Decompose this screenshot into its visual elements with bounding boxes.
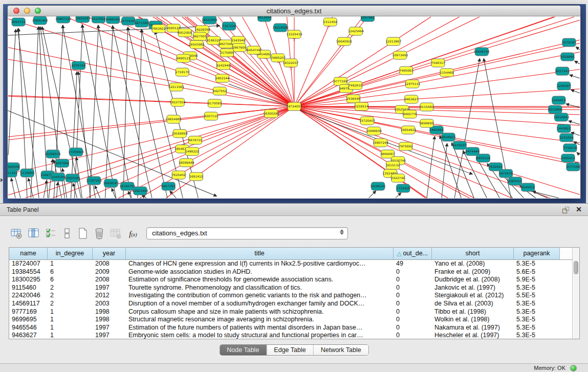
network-node[interactable]: 10719185 <box>121 17 137 25</box>
network-node[interactable]: 1691412 <box>189 172 203 181</box>
table-row[interactable]: 1938455462009Genome-wide association stu… <box>9 268 579 276</box>
network-node[interactable]: 19654985 <box>166 115 182 123</box>
network-hub-node[interactable]: 18724007 <box>287 102 302 111</box>
network-node[interactable]: 12975115 <box>405 80 421 88</box>
network-node[interactable]: 2867606 <box>232 43 246 52</box>
network-node[interactable]: 2935114 <box>476 154 490 162</box>
network-node[interactable]: 9115460 <box>420 103 434 111</box>
table-row[interactable]: 977716911998Corpus callosum shape and si… <box>9 308 579 316</box>
network-node[interactable]: 9827505 <box>193 32 207 40</box>
network-node[interactable]: 7975692 <box>399 142 412 150</box>
network-node[interactable]: 10973493 <box>392 51 408 59</box>
network-node[interactable]: 9890123 <box>177 54 190 62</box>
network-node[interactable]: 8938923 <box>442 133 455 141</box>
network-node[interactable]: 1065411 <box>508 177 522 185</box>
network-node[interactable]: 1031054 <box>560 134 574 142</box>
network-node[interactable]: 9170065 <box>208 99 222 107</box>
tab-node-table[interactable]: Node Table <box>220 345 267 355</box>
network-node[interactable]: 16640910 <box>336 37 352 46</box>
network-canvas[interactable]: 4055714206914061686712910653287152760264… <box>8 16 580 199</box>
network-node[interactable]: 1244413 <box>552 96 565 104</box>
network-node[interactable]: 4671385 <box>135 19 149 27</box>
network-node[interactable]: 16210643 <box>554 113 570 121</box>
function-builder-button[interactable]: f(x) <box>126 227 140 241</box>
network-node[interactable]: 9227341 <box>555 67 569 75</box>
column-header-in-degree[interactable]: in_degree <box>48 248 93 259</box>
network-node[interactable]: 1575187 <box>562 38 576 47</box>
network-node[interactable]: 18322037 <box>283 59 299 67</box>
network-node[interactable]: 1115680 <box>20 169 34 177</box>
network-node[interactable]: 16648784 <box>474 48 490 56</box>
network-node[interactable]: 19166859 <box>172 129 188 138</box>
table-row[interactable]: 2242004622012Investigating the contribut… <box>9 292 579 300</box>
network-node[interactable]: 2035334 <box>72 61 85 70</box>
show-columns-button[interactable] <box>27 227 41 241</box>
table-row[interactable]: 969969511998Structural magnetic resonanc… <box>9 316 579 324</box>
table-row[interactable]: 1830029562008Estimation of significance … <box>9 276 579 284</box>
network-node[interactable]: 16867129 <box>55 16 71 23</box>
float-panel-icon[interactable] <box>562 206 570 214</box>
network-node[interactable]: 1065413 <box>561 154 575 162</box>
network-node[interactable]: 7357224 <box>222 22 236 30</box>
network-node[interactable]: 13325419 <box>287 30 302 38</box>
network-node[interactable]: 20206576 <box>45 150 61 158</box>
network-node[interactable]: 4055714 <box>12 18 26 26</box>
network-node[interactable]: 7663822 <box>152 25 166 33</box>
column-header-year[interactable]: year <box>93 248 126 259</box>
network-node[interactable]: 8471876 <box>499 169 513 178</box>
network-node[interactable]: 10688609 <box>366 127 382 135</box>
network-node[interactable]: 16958187 <box>103 179 119 187</box>
network-node[interactable]: 3175685 <box>220 49 234 57</box>
network-node[interactable]: 1615132 <box>386 161 400 169</box>
network-node[interactable]: 18107554 <box>170 98 186 106</box>
table-row[interactable]: 911546021997Tourette syndrome. Phenomeno… <box>9 284 579 292</box>
network-node[interactable]: 8186328 <box>207 36 221 45</box>
network-node[interactable]: 8267110 <box>204 112 218 120</box>
network-node[interactable]: 12923448 <box>133 187 148 195</box>
network-node[interactable]: 6466160 <box>106 16 120 24</box>
network-node[interactable]: 8454749 <box>247 46 260 54</box>
tab-network-table[interactable]: Network Table <box>314 345 368 355</box>
network-node[interactable]: 8912955 <box>178 29 192 37</box>
network-node[interactable]: 18300295 <box>264 110 279 118</box>
tab-edge-table[interactable]: Edge Table <box>267 345 313 355</box>
network-node[interactable]: 8427552 <box>213 87 227 95</box>
network-node[interactable]: 8878731 <box>188 136 202 144</box>
network-node[interactable]: 3216514 <box>355 102 368 111</box>
column-header-name[interactable]: name <box>9 248 48 259</box>
network-node[interactable]: 2522746 <box>391 174 405 182</box>
network-node[interactable]: 10653287 <box>75 16 91 23</box>
network-node[interactable]: 15720407 <box>359 117 375 125</box>
network-node[interactable]: 16099489 <box>179 159 194 167</box>
row-mode-button[interactable] <box>60 227 74 241</box>
table-row[interactable]: 946554611997Estimation of the future num… <box>9 324 579 332</box>
network-node[interactable]: 9827548 <box>219 40 233 48</box>
column-header-out-de-[interactable]: △ out_de... <box>394 248 432 259</box>
network-node[interactable]: 2803144 <box>215 74 229 82</box>
network-node[interactable]: 19654923 <box>400 126 416 134</box>
network-node[interactable]: 9329966 <box>561 53 575 61</box>
network-node[interactable]: 7548317 <box>431 59 445 67</box>
network-node[interactable]: 7625402 <box>172 171 186 179</box>
network-node[interactable]: 15885207 <box>270 54 286 62</box>
network-graph[interactable]: 4055714206914061686712910653287152760264… <box>8 16 580 199</box>
network-node[interactable]: 1527602 <box>92 16 105 23</box>
network-node[interactable]: 18807249 <box>373 139 388 147</box>
network-node[interactable]: 9463627 <box>404 95 418 103</box>
network-node[interactable]: 8813054 <box>257 16 271 21</box>
close-panel-icon[interactable]: ✕ <box>576 205 582 213</box>
table-options-button[interactable] <box>9 227 24 241</box>
create-column-button[interactable] <box>76 227 90 241</box>
network-node[interactable]: 1154469 <box>440 69 454 77</box>
network-node[interactable]: 16543982 <box>189 40 205 49</box>
network-node[interactable]: 3097588 <box>55 159 69 167</box>
network-node[interactable]: 20691406 <box>32 16 48 25</box>
network-node[interactable]: 9699695 <box>420 119 434 127</box>
network-node[interactable]: 9242848 <box>216 61 230 70</box>
column-header-title[interactable]: title <box>126 248 394 259</box>
network-node[interactable]: 9457791 <box>162 182 176 190</box>
select-all-button[interactable] <box>44 227 58 241</box>
network-node[interactable]: 17357255 <box>86 177 102 185</box>
network-node[interactable]: 12505185 <box>64 174 80 182</box>
table-row[interactable]: 946362711997Embryonic stem cells: a mode… <box>9 332 579 339</box>
